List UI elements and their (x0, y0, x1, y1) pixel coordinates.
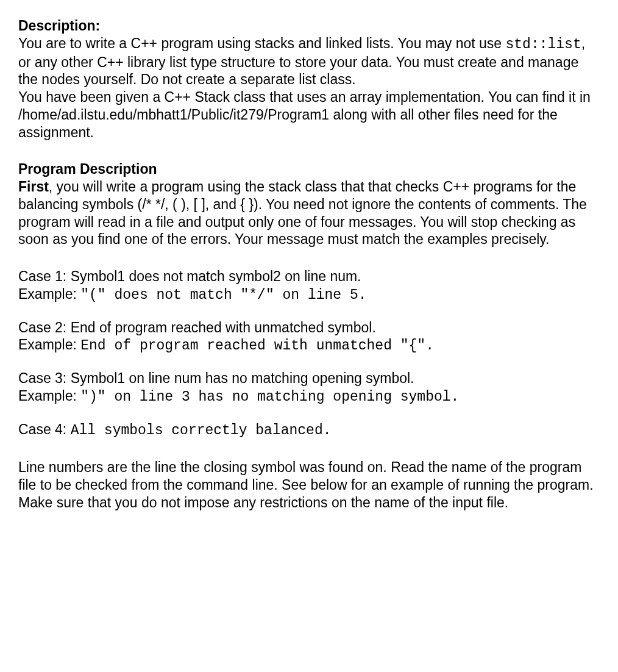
case-3-example: Example: ")" on line 3 has no matching o… (18, 387, 600, 406)
description-paragraph-1: You are to write a C++ program using sta… (18, 35, 600, 88)
program-description-section: Program Description First, you will writ… (18, 160, 600, 248)
case-1-example-label: Example: (18, 286, 80, 302)
case-1-example: Example: "(" does not match "*/" on line… (18, 285, 600, 304)
case-3-line1: Case 3: Symbol1 on line num has no match… (18, 370, 600, 387)
description-section: Description: You are to write a C++ prog… (18, 17, 600, 141)
case-1-example-code: "(" does not match "*/" on line 5. (80, 287, 366, 303)
case-4-label: Case 4: (18, 421, 71, 437)
case-2-example-label: Example: (18, 337, 80, 352)
case-2-example: Example: End of program reached with unm… (18, 336, 600, 355)
case-2-example-code: End of program reached with unmatched "{… (80, 338, 434, 354)
program-description-heading: Program Description (18, 160, 600, 178)
case-3-example-code: ")" on line 3 has no matching opening sy… (80, 389, 459, 405)
first-label: First (18, 179, 49, 195)
case-3-example-label: Example: (18, 388, 80, 404)
case-2-line1: Case 2: End of program reached with unma… (18, 319, 600, 337)
description-heading: Description: (18, 17, 600, 35)
case-3: Case 3: Symbol1 on line num has no match… (18, 370, 600, 406)
program-description-first: First, you will write a program using th… (18, 178, 600, 248)
description-p1-code: std::list (506, 37, 581, 52)
footer-paragraph: Line numbers are the line the closing sy… (18, 459, 600, 511)
first-text: , you will write a program using the sta… (18, 179, 587, 247)
case-1: Case 1: Symbol1 does not match symbol2 o… (18, 268, 600, 304)
description-p1-part1: You are to write a C++ program using sta… (18, 35, 506, 51)
case-2: Case 2: End of program reached with unma… (18, 319, 600, 356)
case-4-code: All symbols correctly balanced. (71, 423, 332, 438)
description-paragraph-2: You have been given a C++ Stack class th… (18, 88, 600, 141)
case-4: Case 4: All symbols correctly balanced. (18, 421, 600, 440)
case-1-line1: Case 1: Symbol1 does not match symbol2 o… (18, 268, 600, 285)
